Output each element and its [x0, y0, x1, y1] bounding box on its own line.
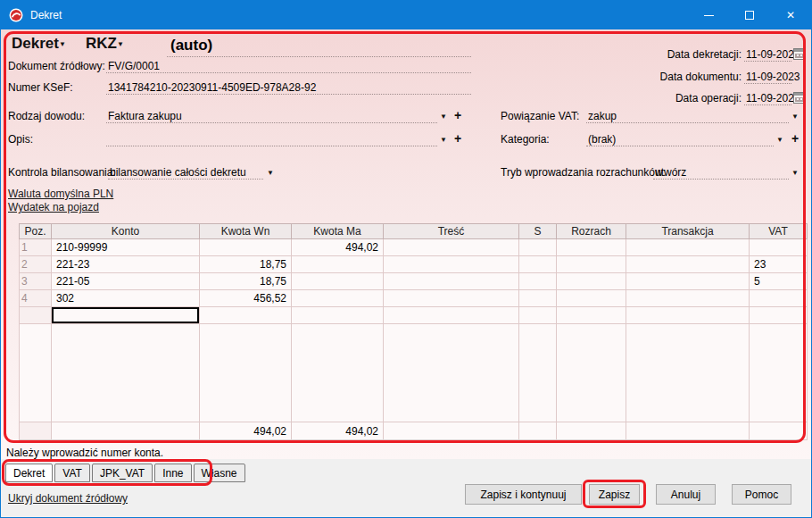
chevron-down-icon[interactable]: ▼: [267, 169, 274, 177]
col-header-rozrach[interactable]: Rozrach: [557, 224, 626, 239]
close-button[interactable]: ✕: [770, 1, 811, 29]
save-and-continue-button[interactable]: Zapisz i kontynuuj: [465, 484, 582, 505]
cell-transakcja[interactable]: [626, 239, 750, 256]
dekret-menu-button[interactable]: Dekret▼: [12, 35, 66, 53]
chevron-down-icon[interactable]: ▼: [440, 113, 447, 121]
date-dekretacji-value[interactable]: 11-09-2023: [746, 48, 800, 61]
cell-s[interactable]: [519, 239, 557, 256]
cell-s[interactable]: [519, 273, 557, 290]
kontrola-bilansowania-value[interactable]: bilansowanie całości dekretu: [110, 166, 246, 179]
cell-s[interactable]: [519, 290, 557, 307]
cell-kwota-wn[interactable]: [200, 307, 292, 324]
help-button[interactable]: Pomoc: [732, 484, 791, 505]
tab-wlasne[interactable]: Własne: [194, 464, 245, 482]
cell-tresc[interactable]: [384, 290, 519, 307]
table-row[interactable]: 3 221-05 18,75 5: [20, 273, 808, 290]
cell-kwota-wn[interactable]: 18,75: [200, 256, 292, 273]
calendar-icon[interactable]: [793, 92, 805, 104]
table-row[interactable]: 2 221-23 18,75 23: [20, 256, 808, 273]
col-header-tresc[interactable]: Treść: [384, 224, 519, 239]
empty-cell: [384, 324, 519, 422]
powiazanie-vat-value[interactable]: zakup: [588, 110, 617, 122]
decree-number-auto[interactable]: (auto): [170, 37, 212, 54]
col-header-kwota-ma[interactable]: Kwota Ma: [292, 224, 384, 239]
empty-cell: [626, 324, 750, 422]
cell-kwota-ma[interactable]: [292, 290, 384, 307]
wydatek-na-pojazd-link[interactable]: Wydatek na pojazd: [8, 201, 99, 213]
cell-kwota-ma[interactable]: [292, 256, 384, 273]
chevron-down-icon[interactable]: ▼: [791, 169, 799, 177]
cell-kwota-ma[interactable]: 494,02: [292, 239, 384, 256]
date-dokumentu-value[interactable]: 11-09-2023: [746, 71, 800, 83]
date-operacji-value[interactable]: 11-09-2023: [746, 92, 800, 104]
cell-konto[interactable]: 210-99999: [52, 239, 200, 256]
rodzaj-dowodu-value[interactable]: Faktura zakupu: [108, 110, 182, 122]
cell-s[interactable]: [519, 256, 557, 273]
cell-tresc[interactable]: [384, 273, 519, 290]
cell-transakcja[interactable]: [626, 273, 750, 290]
cell-transakcja[interactable]: [626, 290, 750, 307]
kategoria-value[interactable]: (brak): [588, 133, 616, 146]
cell-kwota-ma[interactable]: [292, 307, 384, 324]
add-icon[interactable]: +: [791, 133, 799, 144]
waluta-domyslna-link[interactable]: Waluta domyślna PLN: [8, 188, 113, 200]
maximize-button[interactable]: [729, 1, 770, 29]
numer-ksef-value[interactable]: 1341784210-20230911-4509ED-978A28-92: [108, 81, 316, 94]
table-row[interactable]: 1 210-99999 494,02: [20, 239, 808, 256]
ukryj-dokument-link[interactable]: Ukryj dokument źródłowy: [8, 492, 128, 505]
cell-rozrach[interactable]: [557, 256, 626, 273]
cell-rozrach[interactable]: [557, 307, 626, 324]
cell-s[interactable]: [519, 307, 557, 324]
cell-tresc[interactable]: [384, 239, 519, 256]
kontrola-bilansowania-label: Kontrola bilansowania:: [8, 166, 116, 179]
selected-cell-konto[interactable]: [52, 307, 200, 324]
col-header-vat[interactable]: VAT: [750, 224, 808, 239]
col-header-kwota-wn[interactable]: Kwota Wn: [200, 224, 292, 239]
rkz-menu-button[interactable]: RKZ▼: [86, 35, 124, 53]
cell-transakcja[interactable]: [626, 307, 750, 324]
cell-vat[interactable]: [750, 239, 808, 256]
cell-transakcja[interactable]: [626, 256, 750, 273]
cell-vat[interactable]: [750, 290, 808, 307]
col-header-poz[interactable]: Poz.: [20, 224, 52, 239]
tab-dekret[interactable]: Dekret: [5, 464, 53, 482]
cell-konto[interactable]: 221-05: [52, 273, 200, 290]
cell-kwota-wn[interactable]: 18,75: [200, 273, 292, 290]
tryb-rozrachunkow-value[interactable]: utwórz: [655, 166, 686, 179]
cell-konto[interactable]: 302: [52, 290, 200, 307]
dokument-zrodlowy-value[interactable]: FV/G/0001: [108, 60, 160, 72]
chevron-down-icon[interactable]: ▼: [776, 136, 783, 144]
col-header-transakcja[interactable]: Transakcja: [626, 224, 750, 239]
cell-rozrach[interactable]: [557, 290, 626, 307]
grid-empty-area[interactable]: [20, 324, 808, 422]
cell-tresc[interactable]: [384, 256, 519, 273]
cell-vat[interactable]: 5: [750, 273, 808, 290]
empty-cell: [750, 324, 808, 422]
minimize-button[interactable]: [688, 1, 729, 29]
cell-kwota-ma[interactable]: [292, 273, 384, 290]
calendar-icon[interactable]: [793, 48, 805, 60]
empty-cell: [20, 324, 52, 422]
table-row-new[interactable]: [20, 307, 808, 324]
add-icon[interactable]: +: [454, 133, 461, 144]
cell-rozrach[interactable]: [557, 239, 626, 256]
cell-kwota-wn[interactable]: [200, 239, 292, 256]
cell-vat[interactable]: 23: [750, 256, 808, 273]
col-header-konto[interactable]: Konto: [52, 224, 200, 239]
chevron-down-icon[interactable]: ▼: [440, 136, 447, 144]
save-button[interactable]: Zapisz: [589, 484, 640, 505]
cell-konto[interactable]: 221-23: [52, 256, 200, 273]
tab-vat[interactable]: VAT: [54, 464, 90, 482]
tab-jpk-vat[interactable]: JPK_VAT: [92, 464, 153, 482]
cancel-button[interactable]: Anuluj: [656, 484, 716, 505]
dekret-dialog: Dekret ✕ Dekret▼ RKZ▼ (auto) Data dekret…: [0, 0, 812, 518]
cell-tresc[interactable]: [384, 307, 519, 324]
tab-inne[interactable]: Inne: [154, 464, 191, 482]
cell-rozrach[interactable]: [557, 273, 626, 290]
cell-kwota-wn[interactable]: 456,52: [200, 290, 292, 307]
cell-vat[interactable]: [750, 307, 808, 324]
col-header-s[interactable]: S: [519, 224, 557, 239]
add-icon[interactable]: +: [454, 110, 461, 121]
chevron-down-icon[interactable]: ▼: [791, 113, 799, 121]
table-row[interactable]: 4 302 456,52: [20, 290, 808, 307]
